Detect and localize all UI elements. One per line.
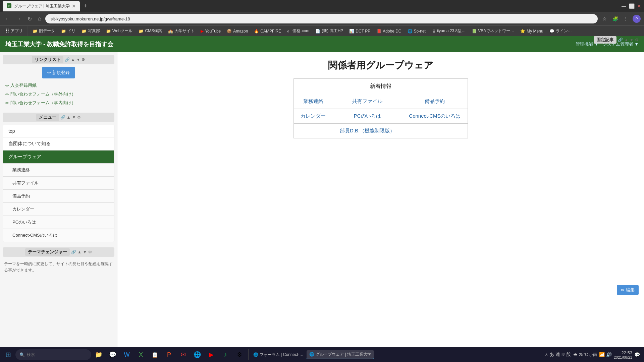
volume-icon[interactable]: 🔊 — [606, 352, 612, 357]
bookmark-vba[interactable]: 📗 VBAでネットワー… — [469, 27, 517, 35]
menu-widget-settings-icon[interactable]: ⚙ — [77, 115, 81, 120]
taskbar-powerpoint[interactable]: P — [162, 348, 176, 361]
link-form-inside[interactable]: ✏ 問い合わせフォーム（学内向け） — [5, 100, 112, 106]
menu-widget-down-icon[interactable]: ▼ — [72, 115, 76, 120]
taskbar-file-explorer[interactable]: 📁 — [92, 348, 105, 361]
taskbar-excel[interactable]: X — [134, 348, 148, 361]
weather-icon[interactable]: 🌧 — [573, 352, 578, 357]
menu-widget-link-icon[interactable]: 🔗 — [60, 115, 65, 120]
reload-button[interactable]: ↻ — [25, 14, 34, 23]
theme-settings-icon[interactable]: ⚙ — [88, 250, 92, 254]
taskbar-app-groupware[interactable]: 🌐 グループウェア | 埼玉工業大学 — [307, 350, 374, 359]
link-nyukai[interactable]: ✏ 入会登録用紙 — [5, 82, 112, 88]
bookmark-amazon[interactable]: 📦 Amazon — [224, 28, 251, 34]
bookmark-youtube[interactable]: ▶ YouTube — [198, 28, 223, 34]
menu-link-groupware[interactable]: グループウェア — [3, 150, 114, 163]
time-display: 22:53 — [614, 350, 632, 355]
cell-shared-files[interactable]: 共有ファイル — [333, 94, 402, 109]
cell-connect-iroha[interactable]: Connect-CMSのいろは — [402, 109, 468, 124]
site-wrapper: 埼玉工業大学 - 教職免許取得を目指す会 管理機能 ▼ システム管理者 ▼ リン… — [0, 36, 644, 362]
taskbar-line[interactable]: 💬 — [106, 348, 119, 361]
theme-widget-title: テーマチェンジャー — [25, 248, 70, 256]
menu-widget-up-icon[interactable]: ▲ — [67, 115, 71, 120]
home-button[interactable]: ⌂ — [36, 14, 43, 23]
link-form-outside[interactable]: ✏ 問い合わせフォーム（学外向け） — [5, 91, 112, 97]
menu-link-gyomu[interactable]: 業務連絡 — [3, 164, 114, 176]
active-tab[interactable]: G グループウェア | 埼玉工業大学 ✕ — [3, 1, 80, 11]
link-widget-up-icon[interactable]: ▲ — [71, 57, 75, 62]
taskbar-spotify[interactable]: ♪ — [219, 348, 232, 361]
bookmark-sonet[interactable]: 🌐 So-net — [405, 28, 428, 34]
new-tab-button[interactable]: + — [81, 1, 90, 11]
forward-button[interactable]: → — [14, 14, 23, 23]
bookmark-dct[interactable]: 📊 DCT PP — [346, 28, 373, 34]
taskbar-extra[interactable]: ⚙ — [233, 348, 246, 361]
table-row: 業務連絡 共有ファイル 備品予約 — [294, 94, 468, 109]
notification-icon[interactable]: 💬 — [634, 352, 640, 357]
ime-icon-4[interactable]: 般 — [566, 352, 571, 358]
taskbar-app-forum[interactable]: 🌐 フォーラム | Connect-… — [251, 351, 306, 359]
bookmark-campfire[interactable]: 🔥 CAMPFIRE — [251, 28, 284, 34]
cell-bihin[interactable]: 備品予約 — [402, 94, 468, 109]
cell-calendar[interactable]: カレンダー — [294, 109, 333, 124]
bookmark-dori[interactable]: 📁 ドリ — [58, 27, 78, 35]
bookmark-mymenu[interactable]: ⭐ My Menu — [518, 28, 546, 34]
bookmark-photo[interactable]: 📁 写真部 — [79, 27, 103, 35]
extension-icon[interactable]: 🧩 — [610, 14, 620, 23]
menu-link-top[interactable]: top — [3, 125, 114, 137]
bookmarks-apps[interactable]: ⠿ アプリ — [3, 27, 25, 35]
menu-link-connect-cms[interactable]: Connect-CMSのいろは — [3, 229, 114, 242]
theme-up-icon[interactable]: ▲ — [77, 250, 82, 254]
doc-icon: 📄 — [315, 29, 320, 34]
cell-member-db[interactable]: 部員D.B.（機能制限版） — [333, 124, 402, 138]
ime-icon-2[interactable]: 連 — [555, 352, 560, 358]
bookmark-iiyama[interactable]: 🖥 iiyama 23.8型… — [429, 27, 468, 35]
menu-link-about[interactable]: 当団体について知る — [3, 137, 114, 150]
bookmark-kakaku[interactable]: 🏷 価格.com — [284, 27, 312, 35]
close-icon[interactable]: ✕ — [637, 3, 641, 9]
bookmark-kyudata[interactable]: 📁 旧データ — [30, 27, 58, 35]
menu-item-pciroha: PCのいろは — [3, 216, 114, 229]
bookmark-webtools[interactable]: 📁 Webツール — [103, 27, 135, 35]
link-widget-link-icon[interactable]: 🔗 — [65, 57, 70, 62]
menu-link-files[interactable]: 共有ファイル — [3, 177, 114, 189]
taskbar-clock[interactable]: 22:53 2021/08/21 — [614, 350, 632, 359]
new-registration-button[interactable]: ✏ 新規登録 — [42, 67, 75, 78]
taskbar-gmail[interactable]: ✉ — [176, 348, 190, 361]
minimize-icon[interactable]: — — [622, 3, 626, 9]
cell-gyomu[interactable]: 業務連絡 — [294, 94, 333, 109]
taskbar-youtube[interactable]: ▶ — [205, 348, 218, 361]
taskbar-club-app[interactable]: 📋 — [148, 348, 162, 361]
edit-button[interactable]: ✏ 編集 — [617, 285, 639, 295]
bookmark-cms[interactable]: 📁 CMS構築 — [136, 27, 165, 35]
bookmark-adobe[interactable]: 📕 Adobe DC — [374, 28, 404, 34]
theme-link-icon[interactable]: 🔗 — [71, 250, 76, 254]
cell-pc-iroha[interactable]: PCのいろは — [333, 109, 402, 124]
start-button[interactable]: ⊞ — [1, 348, 15, 361]
sys-tray-up[interactable]: ∧ — [545, 352, 548, 357]
link-widget-down-icon[interactable]: ▼ — [76, 57, 80, 62]
ime-icon-3[interactable]: R — [561, 352, 565, 357]
back-button[interactable]: ← — [3, 14, 12, 23]
menu-link-bihin[interactable]: 備品予約 — [3, 190, 114, 202]
settings-icon[interactable]: ⋮ — [621, 14, 631, 23]
theme-down-icon[interactable]: ▼ — [83, 250, 87, 254]
taskbar-search[interactable]: 🔍 — [15, 349, 91, 360]
star-icon[interactable]: ☆ — [600, 14, 609, 23]
taskbar-search-input[interactable] — [27, 352, 87, 357]
menu-link-calendar[interactable]: カレンダー — [3, 203, 114, 216]
bookmark-daigaku[interactable]: 🏫 大学サイト — [165, 27, 197, 35]
link-widget-settings-icon[interactable]: ⚙ — [82, 57, 85, 62]
ime-icon[interactable]: あ — [549, 352, 554, 358]
restore-icon[interactable]: ⬜ — [629, 3, 635, 9]
address-bar: ← → ↻ ⌂ ☆ 🧩 ⋮ P — [0, 12, 644, 25]
bookmark-takako[interactable]: 📄 (新) 高工HP — [313, 27, 346, 35]
address-input[interactable] — [45, 14, 598, 23]
network-icon[interactable]: 📶 — [599, 352, 605, 357]
taskbar-chrome[interactable]: 🌐 — [191, 348, 204, 361]
profile-icon[interactable]: P — [632, 14, 641, 23]
bookmark-line[interactable]: 💬 ライン… — [547, 27, 575, 35]
menu-link-pciroha[interactable]: PCのいろは — [3, 216, 114, 229]
tab-close-button[interactable]: ✕ — [72, 3, 76, 9]
taskbar-word[interactable]: W — [120, 348, 133, 361]
